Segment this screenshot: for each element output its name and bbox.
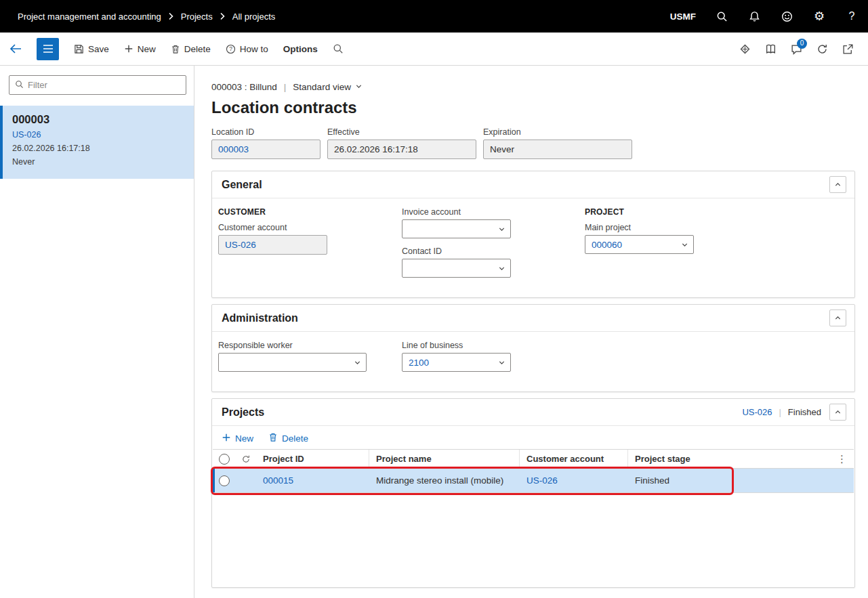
- header-fields: Location ID Effective Expiration: [211, 127, 855, 159]
- list-item-effective: 26.02.2026 16:17:18: [12, 144, 183, 153]
- messages-icon[interactable]: 0: [785, 38, 807, 60]
- navigation-pane-toggle[interactable]: [37, 38, 59, 60]
- collapse-chevron-icon[interactable]: [829, 404, 846, 421]
- attachments-icon[interactable]: [734, 38, 756, 60]
- cell-customer-account[interactable]: US-026: [520, 469, 628, 492]
- customer-account-input[interactable]: [218, 235, 327, 255]
- trash-icon: [171, 44, 180, 54]
- select-all-checkbox[interactable]: [213, 450, 236, 468]
- main-content: 000003 : Billund | Standard view Locatio…: [194, 66, 868, 598]
- trash-icon: [268, 432, 278, 444]
- view-selector[interactable]: Standard view: [293, 82, 363, 92]
- search-icon[interactable]: [705, 0, 738, 33]
- expiration-label: Expiration: [483, 127, 632, 137]
- general-section-header[interactable]: General: [212, 171, 854, 198]
- chevron-right-icon: [168, 12, 174, 20]
- row-checkbox[interactable]: [213, 469, 236, 492]
- column-options-kebab-icon[interactable]: ⋮: [731, 450, 854, 468]
- open-in-new-window-icon[interactable]: [837, 38, 859, 60]
- column-header-project-name[interactable]: Project name: [369, 450, 520, 468]
- location-id-label: Location ID: [211, 127, 321, 137]
- list-item[interactable]: 000003 US-026 26.02.2026 16:17:18 Never: [0, 106, 194, 179]
- invoice-account-field: Invoice account: [402, 207, 585, 238]
- chevron-down-icon: [681, 241, 688, 249]
- record-list: 000003 US-026 26.02.2026 16:17:18 Never: [0, 106, 194, 179]
- refresh-icon[interactable]: [811, 38, 833, 60]
- workspace: 000003 US-026 26.02.2026 16:17:18 Never …: [0, 66, 868, 598]
- invoice-account-combobox[interactable]: [402, 219, 511, 238]
- breadcrumb-page[interactable]: All projects: [232, 12, 276, 22]
- top-navbar: Project management and accounting Projec…: [0, 0, 868, 33]
- topnav-right-group: USMF ⚙ ?: [670, 0, 868, 33]
- actionbar-search-icon[interactable]: [333, 43, 344, 54]
- delete-button[interactable]: Delete: [171, 44, 211, 54]
- back-arrow-icon[interactable]: [9, 43, 22, 54]
- plus-icon: [124, 44, 133, 54]
- responsible-worker-field: Responsible worker: [218, 341, 402, 372]
- options-menu[interactable]: Options: [283, 44, 318, 54]
- list-item-account: US-026: [12, 130, 183, 140]
- cell-project-stage: Finished: [628, 469, 731, 492]
- contact-id-field: Contact ID: [402, 247, 585, 278]
- company-picker[interactable]: USMF: [670, 12, 696, 22]
- projects-summary: US-026 | Finished: [742, 407, 821, 417]
- new-button[interactable]: New: [124, 44, 156, 54]
- breadcrumb-module[interactable]: Project management and accounting: [18, 12, 161, 22]
- summary-account: US-026: [742, 407, 772, 417]
- administration-section: Administration Responsible worker: [211, 304, 855, 392]
- column-header-project-stage[interactable]: Project stage: [628, 450, 731, 468]
- separator: |: [284, 82, 287, 92]
- projects-section-header[interactable]: Projects US-026 | Finished: [212, 399, 854, 426]
- page-title: Location contracts: [211, 98, 855, 117]
- main-project-combobox[interactable]: 000060: [585, 235, 694, 254]
- how-to-button[interactable]: ? How to: [226, 44, 268, 54]
- section-title: General: [222, 179, 262, 191]
- collapse-chevron-icon[interactable]: [829, 176, 846, 193]
- effective-input[interactable]: [327, 140, 476, 159]
- main-project-field: Main project 000060: [585, 223, 848, 254]
- actionbar-right-group: 0: [734, 38, 859, 60]
- feedback-smiley-icon[interactable]: [770, 0, 803, 33]
- list-item-expiration: Never: [12, 157, 183, 167]
- effective-label: Effective: [327, 127, 476, 137]
- filter-input[interactable]: [28, 80, 180, 90]
- task-guide-book-icon[interactable]: [760, 38, 781, 60]
- record-title: 000003 : Billund: [211, 82, 277, 92]
- responsible-worker-combobox[interactable]: [218, 353, 367, 372]
- table-row[interactable]: 000015 Midrange stereo install (mobile) …: [213, 469, 854, 493]
- chevron-down-icon: [355, 82, 363, 92]
- location-id-field: Location ID: [211, 127, 321, 159]
- chevron-down-icon: [498, 359, 505, 366]
- help-icon[interactable]: ?: [835, 0, 868, 33]
- list-item-id: 000003: [12, 113, 183, 126]
- notifications-bell-icon[interactable]: [738, 0, 770, 33]
- cell-project-id[interactable]: 000015: [256, 469, 369, 492]
- row-sync-cell: [236, 469, 256, 492]
- expiration-input[interactable]: [483, 140, 632, 159]
- column-header-project-id[interactable]: Project ID: [256, 450, 369, 468]
- question-circle-icon: ?: [226, 44, 236, 54]
- breadcrumb: Project management and accounting Projec…: [18, 12, 275, 22]
- save-button[interactable]: Save: [74, 44, 109, 54]
- line-of-business-combobox[interactable]: 2100: [402, 353, 511, 372]
- projects-grid-toolbar: New Delete: [212, 426, 854, 449]
- general-section-body: CUSTOMER Customer account Invoice accoun…: [212, 198, 854, 297]
- collapse-chevron-icon[interactable]: [829, 309, 846, 326]
- column-header-customer-account[interactable]: Customer account: [520, 450, 628, 468]
- separator: |: [779, 407, 781, 417]
- message-count-badge: 0: [797, 39, 807, 49]
- administration-section-header[interactable]: Administration: [212, 305, 854, 332]
- grid-new-button[interactable]: New: [222, 433, 253, 444]
- chevron-down-icon: [354, 359, 361, 366]
- refresh-column-icon[interactable]: [236, 450, 256, 468]
- settings-gear-icon[interactable]: ⚙: [803, 0, 835, 33]
- location-id-input[interactable]: [211, 140, 321, 159]
- record-list-sidebar: 000003 US-026 26.02.2026 16:17:18 Never: [0, 66, 194, 598]
- search-icon: [15, 80, 24, 91]
- breadcrumb-area[interactable]: Projects: [181, 12, 213, 22]
- cell-project-name: Midrange stereo install (mobile): [369, 469, 520, 492]
- grid-header-row: Project ID Project name Customer account…: [213, 449, 854, 469]
- plus-icon: [222, 433, 231, 444]
- grid-delete-button[interactable]: Delete: [268, 432, 308, 444]
- contact-id-combobox[interactable]: [402, 259, 511, 278]
